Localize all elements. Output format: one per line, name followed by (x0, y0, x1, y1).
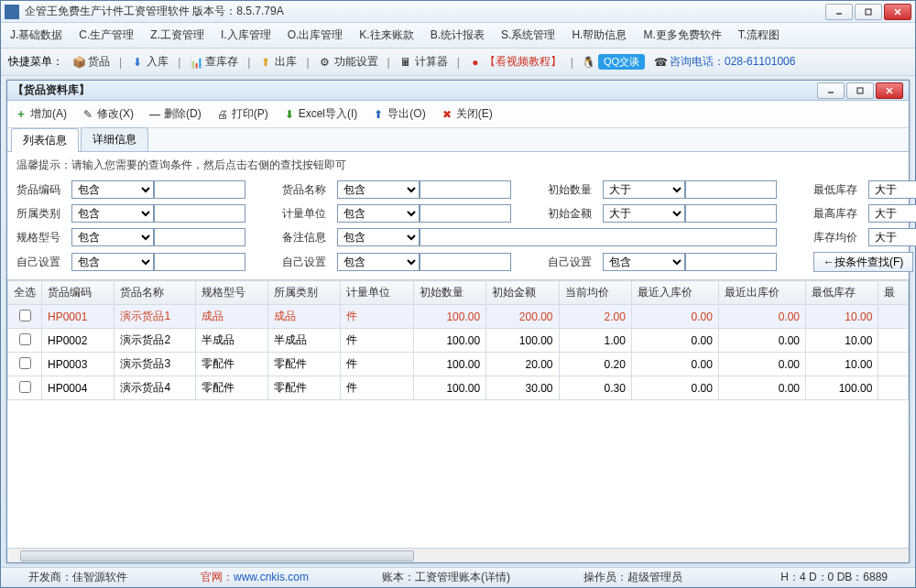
op-self1[interactable]: 包含 (71, 253, 154, 271)
close-tb-button[interactable]: ✖关闭(E) (441, 106, 493, 122)
menu-account[interactable]: K.往来账款 (359, 27, 413, 43)
down-arrow-icon: ⬇ (131, 56, 144, 69)
maximize-button[interactable] (855, 4, 882, 20)
op-maxqty[interactable]: 大于 (868, 204, 916, 223)
lbl-code: 货品编码 (16, 182, 71, 198)
col-qty[interactable]: 初始数量 (413, 281, 485, 305)
op-unit[interactable]: 包含 (337, 204, 420, 223)
table-row[interactable]: HP0002演示货品2半成品半成品件 100.00100.001.00 0.00… (8, 329, 909, 353)
col-spec[interactable]: 规格型号 (195, 281, 267, 305)
inner-minimize-button[interactable] (817, 82, 845, 99)
main-menubar: J.基础数据 C.生产管理 Z.工资管理 I.入库管理 O.出库管理 K.往来账… (1, 23, 915, 49)
col-selectall[interactable]: 全选 (8, 281, 42, 305)
col-out[interactable]: 最近出库价 (718, 281, 805, 305)
tab-detail[interactable]: 详细信息 (81, 127, 148, 151)
horizontal-scrollbar[interactable] (7, 548, 909, 562)
val-remark[interactable] (420, 228, 777, 246)
row-checkbox[interactable] (19, 357, 31, 369)
op-minqty[interactable]: 大于 (868, 180, 916, 199)
val-self1[interactable] (154, 253, 245, 271)
quick-toolbar: 快捷菜单： 📦货品 | ⬇入库 | 📊查库存 | ⬆出库 | ⚙功能设置 | 🖩… (1, 49, 915, 76)
menu-flowchart[interactable]: T.流程图 (738, 27, 780, 43)
col-in[interactable]: 最近入库价 (631, 281, 718, 305)
scrollbar-thumb[interactable] (20, 550, 414, 561)
col-more[interactable]: 最 (878, 281, 909, 305)
tb-calculator[interactable]: 🖩计算器 (399, 54, 448, 70)
plus-icon: ＋ (15, 108, 27, 121)
val-qty[interactable] (685, 180, 777, 199)
val-cat[interactable] (154, 204, 245, 223)
menu-outstock[interactable]: O.出库管理 (288, 27, 344, 43)
export-icon: ⬆ (372, 108, 385, 121)
tb-video[interactable]: ●【看视频教程】 (469, 54, 562, 70)
val-spec[interactable] (154, 228, 245, 246)
op-name[interactable]: 包含 (337, 180, 420, 199)
op-qty[interactable]: 大于 (603, 180, 685, 199)
export-button[interactable]: ⬆导出(O) (372, 106, 425, 122)
row-checkbox[interactable] (19, 333, 31, 345)
status-stats: H：4 D：0 DB：6889 (780, 570, 888, 585)
val-code[interactable] (154, 180, 245, 199)
val-amt[interactable] (685, 204, 777, 223)
col-name[interactable]: 货品名称 (114, 281, 195, 305)
printer-icon: 🖨 (216, 108, 229, 121)
menu-basedata[interactable]: J.基础数据 (10, 27, 62, 43)
status-account[interactable]: 账本：工资管理账本(详情) (382, 570, 510, 585)
tb-settings[interactable]: ⚙功能设置 (319, 54, 378, 70)
val-unit[interactable] (420, 204, 511, 223)
tb-qq[interactable]: 🐧QQ交谈 (583, 54, 645, 70)
val-self2[interactable] (420, 253, 511, 271)
print-button[interactable]: 🖨打印(P) (216, 106, 268, 122)
val-self3[interactable] (685, 253, 777, 271)
menu-help[interactable]: H.帮助信息 (572, 27, 627, 43)
search-button[interactable]: ←按条件查找(F) (813, 252, 913, 272)
op-spec[interactable]: 包含 (71, 228, 154, 246)
svg-rect-1 (866, 9, 871, 15)
qq-icon: 🐧 (583, 56, 595, 69)
menu-salary[interactable]: Z.工资管理 (150, 27, 204, 43)
op-remark[interactable]: 包含 (337, 228, 420, 246)
row-checkbox[interactable] (19, 381, 31, 393)
filter-panel: 货品编码 包含 货品名称 包含 初始数量 大于 最低库存 大于 所属类别 包含 (7, 179, 909, 279)
row-checkbox[interactable] (19, 310, 31, 321)
tab-list[interactable]: 列表信息 (11, 128, 79, 152)
menu-more[interactable]: M.更多免费软件 (643, 27, 721, 43)
table-row[interactable]: HP0003演示货品3零配件零配件件 100.0020.000.20 0.000… (8, 353, 909, 376)
col-code[interactable]: 货品编码 (42, 281, 114, 305)
menu-production[interactable]: C.生产管理 (79, 27, 134, 43)
op-cat[interactable]: 包含 (71, 204, 154, 223)
col-unit[interactable]: 计量单位 (341, 281, 413, 305)
op-self2[interactable]: 包含 (337, 253, 420, 271)
gear-icon: ⚙ (319, 56, 332, 69)
tabs: 列表信息 详细信息 (7, 128, 909, 152)
col-min[interactable]: 最低库存 (805, 281, 878, 305)
menu-instock[interactable]: I.入库管理 (221, 27, 271, 43)
titlebar: 企管王免费生产计件工资管理软件 版本号：8.5.7.79A (1, 1, 915, 23)
tb-goods[interactable]: 📦货品 (72, 54, 110, 70)
tb-outstock[interactable]: ⬆出库 (259, 54, 297, 70)
col-cat[interactable]: 所属类别 (267, 281, 340, 305)
app-title: 企管王免费生产计件工资管理软件 版本号：8.5.7.79A (25, 4, 825, 19)
op-amt[interactable]: 大于 (603, 204, 685, 223)
col-amt[interactable]: 初始金额 (486, 281, 559, 305)
table-row[interactable]: HP0001演示货品1成品成品件 100.00200.002.00 0.000.… (8, 305, 909, 329)
tb-instock[interactable]: ⬇入库 (131, 54, 169, 70)
tb-checkstock[interactable]: 📊查库存 (190, 54, 238, 70)
inner-maximize-button[interactable] (846, 82, 874, 99)
close-button[interactable] (884, 4, 911, 20)
op-self3[interactable]: 包含 (603, 253, 685, 271)
edit-button[interactable]: ✎修改(X) (82, 106, 134, 122)
delete-button[interactable]: —删除(D) (148, 106, 202, 122)
op-avg[interactable]: 大于 (868, 228, 916, 246)
col-avg[interactable]: 当前均价 (559, 281, 631, 305)
add-button[interactable]: ＋增加(A) (15, 106, 67, 122)
status-website[interactable]: 官网：www.cnkis.com (201, 570, 309, 585)
inner-close-button[interactable] (876, 82, 903, 99)
val-name[interactable] (420, 180, 511, 199)
menu-report[interactable]: B.统计报表 (431, 27, 485, 43)
table-row[interactable]: HP0004演示货品4零配件零配件件 100.0030.000.30 0.000… (8, 376, 909, 400)
import-button[interactable]: ⬇Excel导入(I) (283, 106, 358, 122)
op-code[interactable]: 包含 (71, 180, 154, 199)
minimize-button[interactable] (825, 4, 853, 20)
menu-system[interactable]: S.系统管理 (501, 27, 555, 43)
